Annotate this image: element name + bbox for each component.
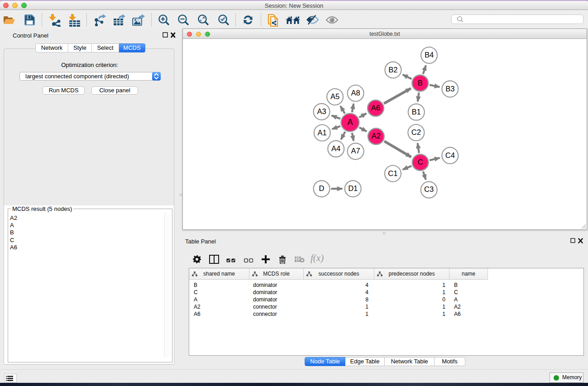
svg-text:A5: A5	[330, 92, 339, 100]
svg-text:B2: B2	[388, 66, 397, 74]
svg-text:B: B	[418, 79, 423, 87]
svg-text:A8: A8	[351, 89, 360, 97]
svg-text:D: D	[319, 184, 325, 192]
svg-text:B4: B4	[425, 51, 434, 59]
svg-text:C1: C1	[388, 169, 397, 177]
svg-text:A2: A2	[372, 132, 381, 140]
svg-text:C: C	[418, 158, 423, 166]
svg-text:C3: C3	[424, 185, 434, 193]
svg-text:A4: A4	[331, 144, 340, 152]
svg-text:A3: A3	[317, 107, 326, 115]
svg-text:A1: A1	[318, 129, 327, 137]
svg-text:B3: B3	[445, 85, 454, 93]
svg-text:A: A	[347, 118, 353, 127]
svg-text:D1: D1	[348, 184, 358, 192]
svg-text:A6: A6	[371, 104, 380, 112]
svg-text:A7: A7	[351, 147, 360, 155]
svg-text:C4: C4	[445, 151, 455, 159]
svg-text:B1: B1	[412, 108, 421, 116]
svg-text:C2: C2	[411, 128, 421, 136]
